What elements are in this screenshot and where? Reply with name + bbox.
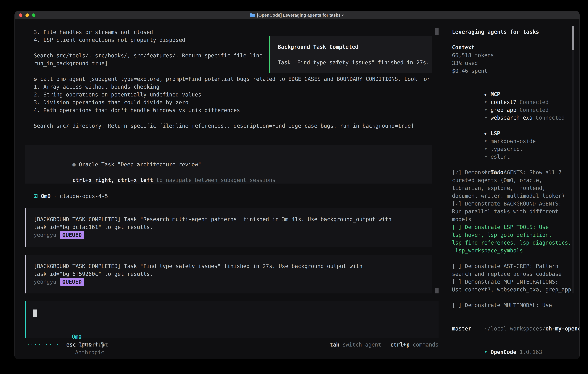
todo-line: [✓] Demonstrate AGENTS: Show all 7 — [452, 169, 579, 177]
titlebar[interactable]: [OpenCode] Leveraging agents for tasks ◐ — [15, 11, 579, 20]
input-agent-name: OmO — [72, 334, 82, 340]
notification-title: Background Task Completed — [278, 43, 431, 51]
terminal-window: [OpenCode] Leveraging agents for tasks ◐… — [14, 11, 580, 359]
todo-line: document-writer, multimodal-looker) — [452, 192, 579, 200]
oracle-nav-hint: ctrl+x right, ctrl+x left to navigate be… — [34, 168, 431, 176]
todo-line: Use context7, websearch_exa, grep_app — [452, 286, 579, 294]
notification-body: Task "Find type safety issues" finished … — [278, 59, 431, 67]
message-line: [BACKGROUND TASK COMPLETED] Task "Find t… — [34, 262, 431, 270]
sidebar: Leveraging agents for tasks Context 66,5… — [446, 20, 579, 359]
bullet-icon: • — [484, 137, 491, 145]
app-version: 1.0.163 — [520, 349, 542, 355]
context-spent: $0.46 spent — [452, 67, 579, 75]
message-card: [BACKGROUND TASK COMPLETED] Task "Resear… — [25, 208, 431, 247]
input-provider: Anthropic — [75, 349, 104, 355]
bullet-icon: • — [484, 153, 491, 161]
chat-scrollbar[interactable] — [435, 28, 439, 293]
agent-icon — [34, 194, 37, 198]
scrollback-line: 1. Array access without bounds checking — [34, 83, 430, 91]
todo-line: librarian, explore, frontend, — [452, 184, 579, 192]
mcp-status: Connected — [536, 115, 565, 121]
lsp-heading: LSP — [491, 130, 500, 136]
bullet-icon: • — [484, 106, 491, 114]
scrollback-line: Search src/ directory. Return specific f… — [34, 122, 430, 130]
mcp-heading: MCP — [491, 91, 500, 97]
message-author: yeongyu — [34, 231, 56, 239]
lsp-name: eslint — [491, 154, 510, 160]
scrollback-line: 3. File handles or streams not closed — [34, 28, 430, 36]
mcp-name: websearch_exa — [491, 115, 533, 121]
scrollback-line: 2. String operations on potentially unde… — [34, 91, 430, 99]
message-meta: yeongyu QUEUED — [34, 231, 431, 239]
mcp-name: context7 — [491, 99, 516, 105]
todo-line: [✓] Demonstrate BACKGROUND AGENTS: — [452, 200, 579, 208]
bullet-icon: • — [484, 348, 491, 356]
todo-line: curated agents (OmO, oracle, — [452, 177, 579, 184]
chat-scrollbar-thumb-bottom[interactable] — [435, 288, 439, 293]
notification-toast: Background Task Completed Task "Find typ… — [269, 36, 431, 73]
oracle-nav-text: to navigate between subagent sessions — [153, 177, 275, 183]
oracle-nav-keys: ctrl+x right, ctrl+x left — [72, 177, 153, 183]
todo-line: [ ] Demonstrate AST-GREP: Pattern — [452, 262, 579, 270]
context-tokens: 66,518 tokens — [452, 52, 579, 59]
bullet-icon: • — [484, 114, 491, 122]
todo-line: Run parallel tasks with different — [452, 208, 579, 216]
message-meta: yeongyu QUEUED — [34, 278, 431, 286]
todo-line: models — [452, 216, 579, 223]
message-card: [BACKGROUND TASK COMPLETED] Task "Find t… — [25, 255, 431, 293]
sidebar-scrollbar[interactable] — [572, 26, 574, 293]
window-title: [OpenCode] Leveraging agents for tasks ◐ — [15, 11, 579, 19]
chevron-down-icon: ▼ — [484, 130, 491, 138]
chat-pane: 3. File handles or streams not closed 4.… — [15, 20, 446, 359]
workspace-path: ~/local-workspaces/oh-my-opencode: — [452, 317, 579, 325]
agent-header: OmO · claude-opus-4-5 — [34, 192, 108, 200]
lsp-name: typescript — [491, 146, 523, 152]
context-heading: Context — [452, 44, 579, 52]
bullet-icon: • — [484, 145, 491, 153]
agent-name: OmO — [41, 193, 51, 199]
agent-model: claude-opus-4-5 — [60, 193, 108, 199]
context-used: 33% used — [452, 59, 579, 67]
scrollback-line-tool-call: ⚙ call_omo_agent [subagent_type=explore,… — [34, 75, 430, 83]
mcp-name: grep_app — [491, 107, 516, 113]
todo-line: [ ] Demonstrate LSP TOOLS: Use — [452, 223, 579, 231]
scrollback-line: 4. Path operations that don't handle Win… — [34, 106, 430, 114]
message-line: [BACKGROUND TASK COMPLETED] Task "Resear… — [34, 216, 431, 223]
message-line: task_id="bg_dcfac161" to get results. — [34, 223, 431, 231]
app-name: OpenCode — [491, 349, 516, 355]
fisheye-icon: ◉ — [72, 161, 75, 168]
tab-key-hint: tab — [330, 342, 339, 348]
separator-dot: · — [53, 193, 57, 199]
chat-scrollbar-thumb-top[interactable] — [435, 28, 439, 35]
workspace-repo: oh-my-opencode: — [546, 326, 579, 332]
sidebar-scrollbar-thumb[interactable] — [572, 26, 574, 50]
scrollback-line: 3. Division operations that could divide… — [34, 99, 430, 106]
oracle-task-panel: ◉Oracle Task "Deep architecture review" … — [25, 145, 431, 184]
oracle-task-title: ◉Oracle Task "Deep architecture review" — [34, 153, 431, 161]
bullet-icon: • — [484, 98, 491, 106]
mcp-section-header[interactable]: ▼MCP — [452, 83, 579, 91]
window-content: 3. File handles or streams not closed 4.… — [15, 20, 579, 359]
text-cursor — [33, 310, 37, 317]
todo-line: lsp_workspace_symbols — [452, 247, 579, 255]
commands-key-hint: ctrl+p — [390, 342, 410, 348]
chevron-down-icon: ▼ — [484, 91, 491, 99]
input-meta: OmO Opus 4.5 Anthropic — [33, 325, 104, 333]
mcp-status: Connected — [520, 99, 548, 105]
desktop: [OpenCode] Leveraging agents for tasks ◐… — [0, 0, 588, 374]
todo-line: search and replace across codebase — [452, 270, 579, 278]
folder-icon — [250, 13, 255, 17]
todo-line: [ ] Demonstrate MCP INTEGRATIONS: — [452, 278, 579, 286]
workspace-path-prefix: ~/local-workspaces/ — [484, 326, 546, 332]
lsp-name: markdown-oxide — [491, 138, 536, 144]
commands-key-label: commands — [413, 342, 439, 348]
queued-badge: QUEUED — [60, 278, 84, 286]
message-author: yeongyu — [34, 278, 56, 286]
session-title: Leveraging agents for tasks — [452, 28, 579, 36]
window-title-text: [OpenCode] Leveraging agents for tasks ◐ — [257, 13, 345, 18]
mcp-status: Connected — [520, 107, 548, 113]
scrollback-line — [34, 114, 430, 122]
message-line: task_id="bg_6f59260c" to get results. — [34, 270, 431, 278]
prompt-input[interactable]: OmO Opus 4.5 Anthropic — [25, 301, 439, 338]
tab-key-label: switch agent — [343, 342, 381, 348]
